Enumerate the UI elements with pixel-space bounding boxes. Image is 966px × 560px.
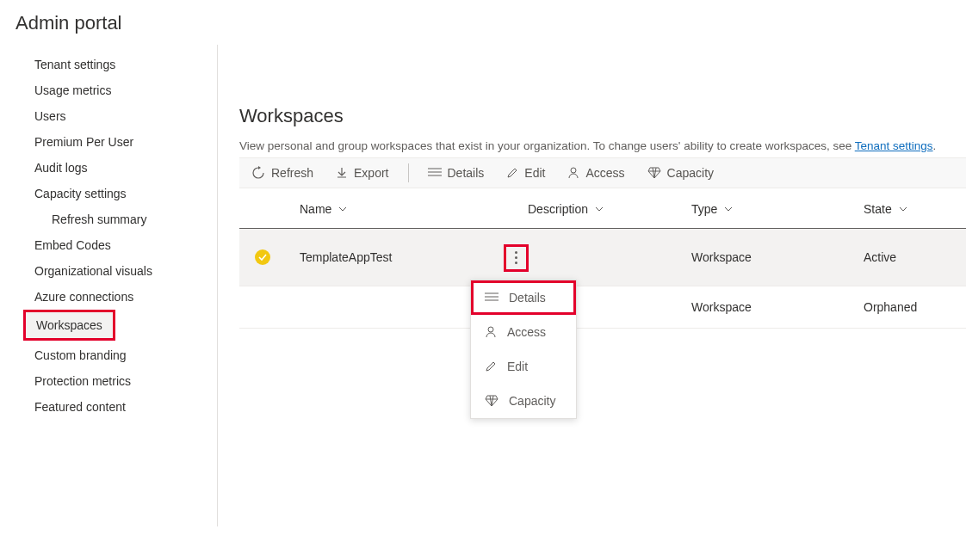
table-row[interactable]: Workspace Orphaned <box>239 286 966 329</box>
header-description-label: Description <box>528 202 588 216</box>
menu-item-edit[interactable]: Edit <box>471 349 576 384</box>
menu-item-access[interactable]: Access <box>471 315 576 349</box>
sidebar-item-protection-metrics[interactable]: Protection metrics <box>15 368 215 394</box>
sidebar-item-audit-logs[interactable]: Audit logs <box>15 155 215 181</box>
page-title: Admin portal <box>0 0 966 45</box>
sidebar-item-tenant-settings[interactable]: Tenant settings <box>15 52 215 77</box>
list-icon <box>485 292 498 303</box>
capacity-button[interactable]: Capacity <box>644 163 717 182</box>
context-menu: Details Access Edit Capacity <box>470 280 577 419</box>
sidebar-nav: Tenant settings Usage metrics Users Prem… <box>15 45 218 526</box>
cell-state: Orphaned <box>864 300 966 314</box>
column-header-state[interactable]: State <box>864 202 966 216</box>
refresh-icon <box>251 166 265 180</box>
header-state-label: State <box>864 202 892 216</box>
refresh-label: Refresh <box>271 166 313 180</box>
menu-edit-label: Edit <box>507 360 528 373</box>
workspaces-table: Name Description Type State <box>239 190 966 329</box>
table-row[interactable]: TemplateAppTest Workspace Active <box>239 229 966 286</box>
header-name-label: Name <box>300 202 331 216</box>
capacity-label: Capacity <box>667 166 714 180</box>
diamond-icon <box>485 395 498 407</box>
cell-type: Workspace <box>691 250 864 264</box>
access-button[interactable]: Access <box>564 163 628 182</box>
sidebar-item-workspaces[interactable]: Workspaces <box>26 312 113 338</box>
menu-capacity-label: Capacity <box>509 394 555 408</box>
period: . <box>933 139 937 152</box>
column-header-name[interactable]: Name <box>291 202 528 216</box>
chevron-down-icon <box>595 206 604 212</box>
cell-type: Workspace <box>691 300 864 314</box>
sidebar-item-refresh-summary[interactable]: Refresh summary <box>15 206 215 232</box>
edit-button[interactable]: Edit <box>503 163 548 182</box>
menu-details-label: Details <box>509 291 546 305</box>
section-description: View personal and group workspaces that … <box>239 139 966 152</box>
menu-item-capacity[interactable]: Capacity <box>471 384 576 418</box>
access-label: Access <box>585 166 624 180</box>
pencil-icon <box>506 167 518 179</box>
menu-item-details[interactable]: Details <box>471 280 576 315</box>
list-icon <box>428 167 442 179</box>
table-header-row: Name Description Type State <box>239 190 966 229</box>
cell-state: Active <box>864 250 966 264</box>
chevron-down-icon <box>338 206 347 212</box>
svg-point-0 <box>571 168 576 173</box>
sidebar-item-embed-codes[interactable]: Embed Codes <box>15 232 215 258</box>
tenant-settings-link[interactable]: Tenant settings <box>855 139 933 152</box>
column-header-description[interactable]: Description <box>528 202 691 216</box>
checkmark-icon <box>255 249 270 265</box>
diamond-icon <box>647 167 661 179</box>
export-label: Export <box>354 166 388 180</box>
chevron-down-icon <box>724 206 733 212</box>
more-options-button[interactable] <box>504 244 529 272</box>
chevron-down-icon <box>899 206 907 212</box>
description-text-span: View personal and group workspaces that … <box>239 139 855 152</box>
toolbar-separator <box>408 163 409 182</box>
cell-name: TemplateAppTest <box>291 250 528 264</box>
person-icon <box>485 326 497 338</box>
sidebar-item-featured-content[interactable]: Featured content <box>15 394 215 420</box>
svg-point-1 <box>488 327 493 332</box>
edit-label: Edit <box>524 166 545 180</box>
menu-access-label: Access <box>507 325 546 339</box>
section-heading: Workspaces <box>239 105 966 127</box>
person-icon <box>567 167 579 179</box>
download-icon <box>336 167 348 179</box>
sidebar-item-users[interactable]: Users <box>15 103 215 129</box>
toolbar: Refresh Export Details Edit Access Cap <box>239 157 966 188</box>
sidebar-item-premium-per-user[interactable]: Premium Per User <box>15 129 215 155</box>
sidebar-item-capacity-settings[interactable]: Capacity settings <box>15 181 215 206</box>
refresh-button[interactable]: Refresh <box>248 163 317 182</box>
main-content: Workspaces View personal and group works… <box>218 45 966 526</box>
sidebar-item-custom-branding[interactable]: Custom branding <box>15 342 215 368</box>
details-button[interactable]: Details <box>424 163 488 182</box>
header-type-label: Type <box>691 202 717 216</box>
sidebar-item-usage-metrics[interactable]: Usage metrics <box>15 77 215 103</box>
export-button[interactable]: Export <box>332 163 392 182</box>
column-header-type[interactable]: Type <box>691 202 864 216</box>
sidebar-item-azure-connections[interactable]: Azure connections <box>15 284 215 310</box>
pencil-icon <box>485 360 497 372</box>
details-label: Details <box>448 166 485 180</box>
sidebar-item-organizational-visuals[interactable]: Organizational visuals <box>15 258 215 284</box>
